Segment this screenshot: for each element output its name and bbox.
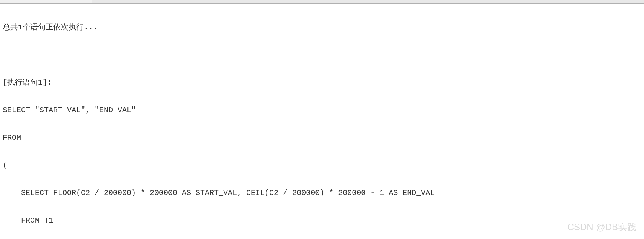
execution-label: [执行语句1]:: [3, 76, 642, 90]
sql-line: SELECT "START_VAL", "END_VAL": [3, 103, 642, 117]
window-tab-bar: [0, 0, 644, 4]
tab-segment: [0, 0, 92, 3]
output-panel: 总共1个语句正依次执行... [执行语句1]: SELECT "START_VA…: [0, 4, 644, 239]
sql-line: FROM T1: [3, 214, 642, 228]
sql-line: FROM: [3, 131, 642, 145]
sql-line: SELECT FLOOR(C2 / 200000) * 200000 AS ST…: [3, 186, 642, 200]
blank-line: [3, 48, 642, 62]
sql-line: (: [3, 159, 642, 172]
status-line: 总共1个语句正依次执行...: [3, 21, 642, 34]
